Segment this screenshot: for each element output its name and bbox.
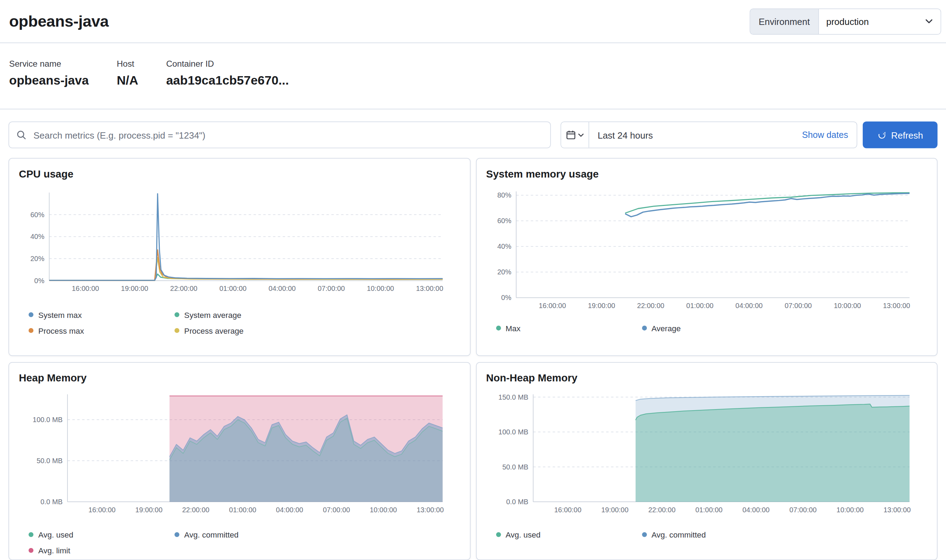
legend-item[interactable]: Avg. used (28, 527, 174, 543)
svg-text:10:00:00: 10:00:00 (367, 285, 394, 292)
panel-system-memory: System memory usage 0%20%40%60%80%16:00:… (476, 158, 938, 356)
svg-text:22:00:00: 22:00:00 (637, 302, 664, 309)
system-memory-legend: MaxAverage (486, 320, 927, 336)
svg-text:19:00:00: 19:00:00 (588, 302, 614, 309)
legend-label: Process average (184, 326, 244, 335)
svg-text:16:00:00: 16:00:00 (72, 285, 99, 292)
system-memory-chart[interactable]: 0%20%40%60%80%16:00:0019:00:0022:00:0001… (486, 189, 927, 312)
svg-text:01:00:00: 01:00:00 (695, 506, 722, 514)
legend-label: Avg. used (38, 530, 73, 539)
svg-text:22:00:00: 22:00:00 (170, 285, 198, 292)
container-id-stat: Container ID aab19ca1cb57e670... (166, 59, 289, 109)
svg-text:40%: 40% (497, 243, 511, 250)
search-metrics-input[interactable] (32, 129, 543, 141)
svg-text:100.0 MB: 100.0 MB (32, 416, 63, 423)
legend-label: System max (38, 310, 82, 319)
panel-heap-memory: Heap Memory 0.0 MB50.0 MB100.0 MB16:00:0… (8, 362, 470, 560)
chart-svg: 0.0 MB50.0 MB100.0 MB16:00:0019:00:0022:… (19, 393, 460, 517)
heap-memory-chart[interactable]: 0.0 MB50.0 MB100.0 MB16:00:0019:00:0022:… (19, 393, 460, 519)
legend-label: Average (651, 323, 681, 332)
svg-text:01:00:00: 01:00:00 (686, 302, 713, 309)
search-icon (17, 130, 26, 140)
nonheap-memory-chart[interactable]: 0.0 MB50.0 MB100.0 MB150.0 MB16:00:0019:… (486, 393, 927, 519)
legend-label: Avg. used (506, 530, 541, 539)
svg-text:20%: 20% (497, 268, 511, 276)
svg-text:13:00:00: 13:00:00 (883, 506, 911, 514)
svg-text:07:00:00: 07:00:00 (323, 506, 350, 514)
nonheap-memory-legend: Avg. usedAvg. committed (486, 527, 927, 543)
refresh-button[interactable]: Refresh (863, 122, 938, 148)
refresh-icon (877, 130, 886, 139)
svg-text:01:00:00: 01:00:00 (219, 285, 247, 292)
svg-text:60%: 60% (31, 211, 45, 218)
calendar-button[interactable] (561, 122, 589, 148)
chart-svg: 0.0 MB50.0 MB100.0 MB150.0 MB16:00:0019:… (486, 393, 927, 517)
svg-text:04:00:00: 04:00:00 (735, 302, 763, 309)
environment-label: Environment (750, 9, 819, 34)
legend-item[interactable]: Average (642, 320, 788, 336)
nonheap-memory-title: Non-Heap Memory (486, 372, 927, 385)
legend-label: Max (506, 323, 521, 332)
legend-item[interactable]: Process max (28, 323, 174, 338)
environment-select[interactable]: production (819, 9, 940, 34)
apm-metrics-page: opbeans-java Environment production Serv… (0, 0, 946, 560)
metrics-toolbar: Last 24 hours Show dates Refresh (8, 122, 938, 148)
legend-dot (642, 326, 647, 331)
svg-text:10:00:00: 10:00:00 (833, 302, 861, 309)
chevron-down-icon (577, 132, 584, 138)
legend-dot (28, 548, 33, 553)
date-range-display: Last 24 hours Show dates (589, 122, 857, 148)
svg-text:13:00:00: 13:00:00 (883, 302, 910, 309)
date-picker: Last 24 hours Show dates (560, 122, 857, 148)
legend-label: System average (184, 310, 242, 319)
svg-text:13:00:00: 13:00:00 (416, 285, 443, 292)
svg-text:07:00:00: 07:00:00 (784, 302, 812, 309)
chart-svg: 0%20%40%60%16:00:0019:00:0022:00:0001:00… (19, 189, 460, 297)
legend-item[interactable]: Avg. committed (174, 527, 321, 543)
svg-text:20%: 20% (31, 255, 45, 263)
svg-text:07:00:00: 07:00:00 (789, 506, 816, 514)
svg-text:01:00:00: 01:00:00 (229, 506, 256, 514)
svg-text:04:00:00: 04:00:00 (742, 506, 769, 514)
legend-item[interactable]: Avg. used (496, 527, 642, 543)
cpu-usage-chart[interactable]: 0%20%40%60%16:00:0019:00:0022:00:0001:00… (19, 189, 460, 299)
environment-filter: Environment production (749, 8, 941, 34)
environment-value: production (826, 16, 869, 26)
legend-item[interactable]: System max (28, 307, 174, 323)
legend-item[interactable]: Process average (174, 323, 321, 338)
legend-dot (174, 328, 179, 333)
date-range-text[interactable]: Last 24 hours (598, 130, 653, 140)
legend-dot (496, 326, 501, 331)
svg-text:10:00:00: 10:00:00 (836, 506, 863, 514)
service-info-bar: Service name opbeans-java Host N/A Conta… (0, 43, 946, 109)
service-name-value: opbeans-java (9, 73, 89, 88)
page-title: opbeans-java (9, 12, 109, 31)
svg-text:04:00:00: 04:00:00 (276, 506, 303, 514)
svg-text:50.0 MB: 50.0 MB (502, 463, 528, 471)
legend-label: Avg. limit (38, 546, 70, 555)
refresh-label: Refresh (891, 130, 923, 140)
legend-item[interactable]: Avg. limit (28, 543, 174, 558)
legend-label: Avg. committed (651, 530, 706, 539)
heap-memory-title: Heap Memory (19, 372, 460, 385)
svg-text:0%: 0% (34, 277, 45, 285)
svg-text:13:00:00: 13:00:00 (417, 506, 444, 514)
service-name-label: Service name (9, 59, 89, 69)
chart-svg: 0%20%40%60%80%16:00:0019:00:0022:00:0001… (486, 189, 927, 310)
svg-text:16:00:00: 16:00:00 (88, 506, 116, 514)
svg-text:100.0 MB: 100.0 MB (498, 428, 528, 436)
cpu-usage-title: CPU usage (19, 168, 460, 181)
panel-nonheap-memory: Non-Heap Memory 0.0 MB50.0 MB100.0 MB150… (476, 362, 938, 560)
container-id-value: aab19ca1cb57e670... (166, 73, 289, 88)
host-stat: Host N/A (117, 59, 138, 109)
legend-dot (496, 532, 501, 537)
svg-text:22:00:00: 22:00:00 (648, 506, 675, 514)
legend-item[interactable]: Max (496, 320, 642, 336)
show-dates-link[interactable]: Show dates (802, 130, 848, 140)
legend-dot (28, 312, 33, 317)
svg-text:0.0 MB: 0.0 MB (40, 498, 63, 506)
legend-item[interactable]: System average (174, 307, 321, 323)
container-id-label: Container ID (166, 59, 289, 69)
legend-item[interactable]: Avg. committed (642, 527, 788, 543)
svg-text:16:00:00: 16:00:00 (554, 506, 581, 514)
